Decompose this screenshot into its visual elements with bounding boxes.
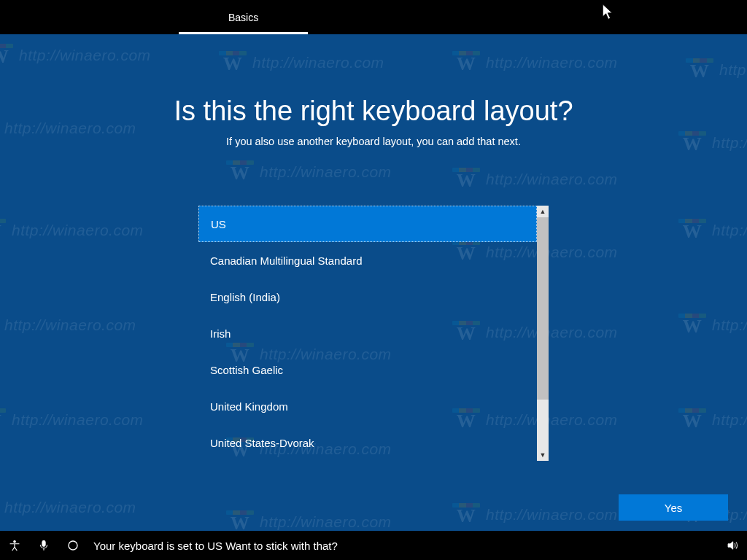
keyboard-layout-list-inner: USCanadian Multilingual StandardEnglish … — [198, 206, 537, 461]
list-item[interactable]: Scottish Gaelic — [198, 351, 537, 388]
scroll-thumb[interactable] — [537, 217, 549, 400]
tab-basics[interactable]: Basics — [179, 0, 308, 34]
accessibility-icon[interactable] — [0, 531, 29, 560]
list-item[interactable]: United Kingdom — [198, 388, 537, 424]
list-item[interactable]: United States-Dvorak — [198, 424, 537, 461]
tab-bar: Basics — [0, 0, 747, 34]
microphone-icon[interactable] — [29, 531, 58, 560]
svg-point-2 — [69, 541, 77, 550]
list-item[interactable]: US — [198, 206, 537, 242]
scroll-down-icon[interactable]: ▼ — [537, 449, 549, 461]
svg-rect-1 — [42, 540, 46, 546]
yes-button[interactable]: Yes — [619, 494, 728, 521]
main-content: Is this the right keyboard layout? If yo… — [0, 34, 747, 531]
list-item[interactable]: English (India) — [198, 279, 537, 315]
scroll-up-icon[interactable]: ▲ — [537, 206, 549, 217]
list-item[interactable]: Canadian Multilingual Standard — [198, 242, 537, 279]
cortana-icon[interactable] — [58, 531, 88, 560]
volume-icon[interactable] — [718, 531, 747, 560]
list-item[interactable]: Irish — [198, 315, 537, 351]
keyboard-layout-list: USCanadian Multilingual StandardEnglish … — [198, 206, 549, 461]
cortana-text: Your keyboard is set to US Want to stick… — [93, 540, 338, 552]
page-subtitle: If you also use another keyboard layout,… — [226, 136, 521, 147]
scrollbar[interactable]: ▲ ▼ — [537, 206, 549, 461]
svg-point-0 — [14, 540, 16, 542]
page-title: Is this the right keyboard layout? — [174, 96, 573, 127]
taskbar: Your keyboard is set to US Want to stick… — [0, 531, 747, 560]
